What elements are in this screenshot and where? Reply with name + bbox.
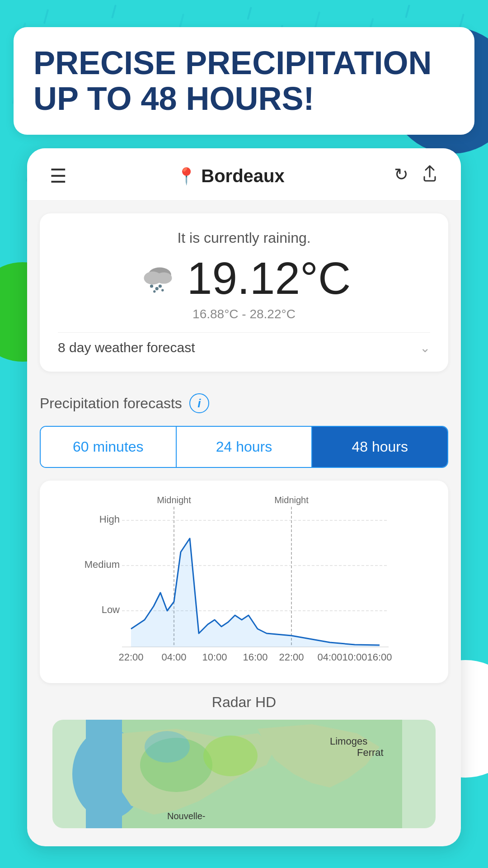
- svg-text:Midnight: Midnight: [274, 495, 309, 505]
- promo-title: PRECISE PRECIPITATION UP TO 48 HOURS!: [33, 45, 455, 117]
- forecast-label: 8 day weather forecast: [58, 340, 195, 355]
- tab-24-hours[interactable]: 24 hours: [177, 427, 313, 467]
- tab-buttons: 60 minutes 24 hours 48 hours: [40, 426, 448, 468]
- svg-rect-30: [86, 720, 122, 828]
- radar-section: Radar HD Limoges Ferr: [40, 694, 448, 837]
- svg-text:04:00: 04:00: [317, 651, 342, 663]
- phone-header: ☰ 📍 Bordeaux ↻: [27, 148, 461, 201]
- weather-main: 19.12°C: [58, 255, 430, 301]
- radar-title: Radar HD: [52, 694, 436, 711]
- pin-icon: 📍: [176, 167, 197, 186]
- weather-icon: [137, 258, 178, 298]
- svg-text:10:00: 10:00: [342, 651, 367, 663]
- svg-text:Low: Low: [102, 604, 120, 615]
- chevron-icon: ⌄: [420, 340, 430, 355]
- svg-point-32: [203, 736, 258, 776]
- forecast-toggle[interactable]: 8 day weather forecast ⌄: [58, 332, 430, 355]
- weather-condition: It is currently raining.: [58, 230, 430, 246]
- svg-point-3: [150, 285, 153, 288]
- svg-point-5: [153, 290, 155, 292]
- svg-text:Limoges: Limoges: [330, 736, 367, 747]
- svg-text:10:00: 10:00: [202, 651, 227, 663]
- map-background: Limoges Ferrat Nouvelle-: [52, 720, 436, 828]
- share-button[interactable]: [421, 165, 438, 188]
- svg-text:Nouvelle-: Nouvelle-: [167, 811, 205, 821]
- svg-text:04:00: 04:00: [161, 651, 186, 663]
- svg-text:16:00: 16:00: [367, 651, 392, 663]
- svg-point-4: [155, 287, 158, 290]
- svg-text:22:00: 22:00: [279, 651, 304, 663]
- precipitation-header: Precipitation forecasts i: [40, 393, 448, 413]
- svg-text:Medium: Medium: [84, 559, 120, 570]
- svg-text:High: High: [99, 514, 120, 525]
- svg-text:22:00: 22:00: [118, 651, 143, 663]
- info-button[interactable]: i: [189, 393, 209, 413]
- svg-marker-19: [131, 538, 380, 647]
- tab-48-hours[interactable]: 48 hours: [312, 427, 447, 467]
- precipitation-section: Precipitation forecasts i 60 minutes 24 …: [27, 384, 461, 846]
- radar-map[interactable]: Limoges Ferrat Nouvelle-: [52, 720, 436, 828]
- svg-point-33: [145, 731, 190, 763]
- refresh-button[interactable]: ↻: [394, 165, 408, 188]
- svg-text:16:00: 16:00: [243, 651, 267, 663]
- chart-area: High Medium Low Midnight Midnight: [49, 493, 439, 674]
- svg-text:Midnight: Midnight: [157, 495, 191, 505]
- tab-60-minutes[interactable]: 60 minutes: [41, 427, 177, 467]
- precipitation-title: Precipitation forecasts: [40, 395, 182, 412]
- city-name: Bordeaux: [201, 166, 285, 186]
- temp-range: 16.88°C - 28.22°C: [58, 307, 430, 321]
- precipitation-chart: High Medium Low Midnight Midnight: [49, 493, 439, 674]
- header-actions: ↻: [394, 165, 438, 188]
- promo-card: PRECISE PRECIPITATION UP TO 48 HOURS!: [14, 27, 474, 135]
- temperature: 19.12°C: [187, 255, 351, 301]
- svg-text:Ferrat: Ferrat: [357, 747, 384, 758]
- phone-mockup: ☰ 📍 Bordeaux ↻ It is currently raining.: [27, 148, 461, 846]
- location-title: 📍 Bordeaux: [176, 166, 285, 186]
- chart-card: High Medium Low Midnight Midnight: [40, 481, 448, 683]
- svg-point-7: [161, 289, 164, 292]
- weather-card: It is currently raining. 19.12°C 16.88°C…: [40, 213, 448, 372]
- svg-point-2: [155, 273, 172, 284]
- hamburger-menu[interactable]: ☰: [50, 165, 67, 187]
- svg-point-6: [159, 285, 162, 288]
